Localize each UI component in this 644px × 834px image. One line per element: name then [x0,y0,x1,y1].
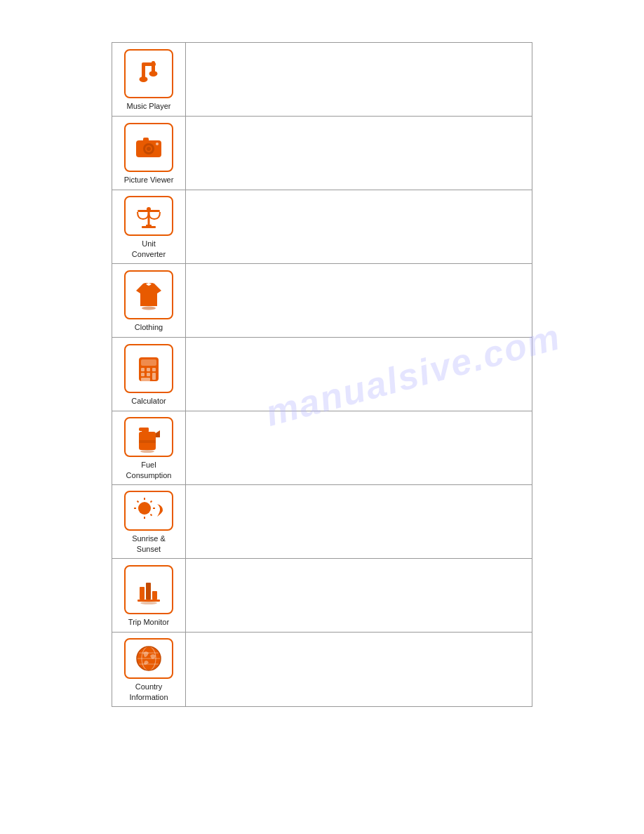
svg-line-36 [137,501,139,502]
svg-point-43 [140,602,157,604]
svg-rect-18 [141,359,156,366]
cell-icon-trip-monitor[interactable]: Trip Monitor [112,559,186,632]
table-row[interactable]: UnitConverter [112,190,532,264]
svg-rect-41 [146,583,151,600]
fuel-consumption-label: FuelConsumption [126,460,172,480]
svg-rect-9 [143,138,149,142]
svg-rect-42 [152,591,157,600]
svg-rect-24 [152,373,156,380]
sunrise-sunset-icon-box [124,491,173,531]
svg-rect-39 [137,600,160,602]
svg-point-4 [149,71,158,77]
svg-rect-29 [139,440,156,443]
cell-content-unit-converter [186,190,532,263]
music-player-icon-box [124,49,173,98]
cell-icon-music-player[interactable]: Music Player [112,43,186,116]
cell-icon-unit-converter[interactable]: UnitConverter [112,190,186,263]
music-player-label: Music Player [127,101,171,111]
svg-rect-2 [142,62,156,66]
svg-rect-40 [140,587,145,600]
cell-icon-sunrise-sunset[interactable]: Sunrise &Sunset [112,485,186,558]
calculator-label: Calculator [131,396,166,406]
svg-line-37 [151,514,152,515]
svg-rect-28 [139,428,149,431]
svg-point-3 [140,77,148,82]
svg-rect-23 [147,373,150,376]
sunrise-sunset-label: Sunrise &Sunset [132,534,166,554]
svg-line-38 [151,501,152,502]
svg-point-15 [147,207,151,211]
calculator-icon [132,352,166,385]
svg-rect-21 [152,368,156,371]
cell-content-sunrise-sunset [186,485,532,558]
table-row[interactable]: Music Player [112,43,532,117]
cell-icon-fuel-consumption[interactable]: FuelConsumption [112,411,186,484]
svg-rect-20 [147,368,150,371]
svg-rect-25 [141,378,150,381]
svg-rect-12 [142,226,156,228]
cell-icon-picture-viewer[interactable]: Picture Viewer [112,117,186,190]
svg-point-31 [138,502,151,515]
table-row[interactable]: CountryInformation [112,633,532,706]
cell-icon-country-information[interactable]: CountryInformation [112,633,186,706]
app-table: manualsive.com Music Player [112,42,532,707]
table-row[interactable]: Trip Monitor [112,559,532,633]
svg-point-10 [156,143,159,145]
clothing-icon-box [124,270,173,319]
unit-converter-label: UnitConverter [132,239,166,259]
fuel-consumption-icon-box [124,417,173,457]
calculator-icon-box [124,344,173,393]
cell-content-picture-viewer [186,117,532,190]
camera-icon [132,131,166,164]
sunrise-icon [132,494,166,528]
country-information-label: CountryInformation [129,682,168,702]
svg-point-16 [142,306,156,310]
chart-icon [132,573,166,607]
table-row[interactable]: Sunrise &Sunset [112,485,532,559]
cell-content-fuel-consumption [186,411,532,484]
svg-rect-22 [141,373,145,376]
table-row[interactable]: Clothing [112,264,532,338]
cell-content-music-player [186,43,532,116]
fuel-icon [132,421,166,454]
scale-icon [132,199,166,233]
cell-icon-calculator[interactable]: Calculator [112,338,186,411]
music-icon [132,57,166,91]
svg-point-30 [140,450,154,453]
svg-point-8 [147,147,151,151]
table-row[interactable]: Picture Viewer [112,117,532,190]
shirt-icon [132,278,166,312]
globe-icon [132,642,166,675]
cell-content-calculator [186,338,532,411]
clothing-label: Clothing [135,322,163,332]
cell-content-trip-monitor [186,559,532,632]
country-information-icon-box [124,638,173,679]
svg-rect-19 [141,368,145,371]
picture-viewer-icon-box [124,123,173,172]
unit-converter-icon-box [124,196,173,236]
picture-viewer-label: Picture Viewer [124,175,174,185]
table-row[interactable]: Calculator [112,338,532,411]
table-row[interactable]: FuelConsumption [112,411,532,485]
cell-content-clothing [186,264,532,337]
cell-icon-clothing[interactable]: Clothing [112,264,186,337]
trip-monitor-label: Trip Monitor [128,617,169,627]
trip-monitor-icon-box [124,565,173,614]
cell-content-country-information [186,633,532,706]
